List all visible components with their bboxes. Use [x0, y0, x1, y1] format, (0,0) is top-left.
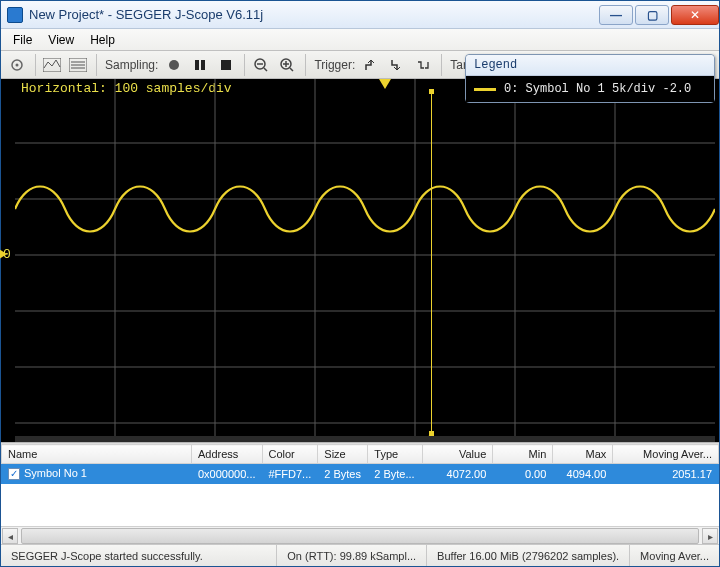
trigger-rise-icon[interactable]: [359, 53, 383, 77]
svg-rect-10: [221, 60, 231, 70]
status-message: SEGGER J-Scope started successfully.: [1, 545, 277, 566]
col-name[interactable]: Name: [2, 445, 192, 464]
menu-view[interactable]: View: [40, 31, 82, 49]
col-mavg[interactable]: Moving Aver...: [613, 445, 719, 464]
minimize-button[interactable]: —: [599, 5, 633, 25]
legend-panel[interactable]: Legend 0: Symbol No 1 5k/div -2.0: [465, 54, 715, 103]
app-icon: [7, 7, 23, 23]
scroll-thumb[interactable]: [21, 528, 699, 544]
svg-point-7: [169, 60, 179, 70]
stop-sampling-icon[interactable]: [214, 53, 238, 77]
legend-entry-0[interactable]: 0: Symbol No 1 5k/div -2.0: [466, 76, 714, 102]
menu-file[interactable]: File: [5, 31, 40, 49]
cell-mavg: 2051.17: [613, 464, 719, 484]
col-color[interactable]: Color: [262, 445, 318, 464]
table-hscrollbar[interactable]: ◂ ▸: [1, 526, 719, 544]
col-type[interactable]: Type: [368, 445, 423, 464]
cell-address: 0x000000...: [192, 464, 263, 484]
zoom-out-icon[interactable]: [249, 53, 273, 77]
symbol-table-panel: Name Address Color Size Type Value Min M…: [1, 443, 719, 544]
table-row[interactable]: ✓Symbol No 1 0x000000... #FFD7... 2 Byte…: [2, 464, 719, 484]
legend-swatch-icon: [474, 88, 496, 91]
list-view-icon[interactable]: [66, 53, 90, 77]
cell-value: 4072.00: [423, 464, 493, 484]
cell-max: 4094.00: [553, 464, 613, 484]
zoom-in-icon[interactable]: [275, 53, 299, 77]
app-window: New Project* - SEGGER J-Scope V6.11j — ▢…: [0, 0, 720, 567]
statusbar: SEGGER J-Scope started successfully. On …: [1, 544, 719, 566]
scroll-left-icon[interactable]: ◂: [2, 528, 18, 544]
sampling-label: Sampling:: [105, 58, 158, 72]
trigger-marker-top-icon[interactable]: [379, 79, 391, 89]
svg-line-13: [264, 68, 267, 71]
record-icon[interactable]: [162, 53, 186, 77]
col-min[interactable]: Min: [493, 445, 553, 464]
cell-min: 0.00: [493, 464, 553, 484]
svg-rect-9: [201, 60, 205, 70]
row-checkbox-icon[interactable]: ✓: [8, 468, 20, 480]
status-rate: On (RTT): 99.89 kSampl...: [277, 545, 427, 566]
table-empty-area: [1, 484, 719, 526]
scroll-right-icon[interactable]: ▸: [702, 528, 718, 544]
status-mavg: Moving Aver...: [630, 545, 719, 566]
col-max[interactable]: Max: [553, 445, 613, 464]
col-value[interactable]: Value: [423, 445, 493, 464]
window-title: New Project* - SEGGER J-Scope V6.11j: [29, 7, 597, 22]
col-address[interactable]: Address: [192, 445, 263, 464]
trigger-both-icon[interactable]: [411, 53, 435, 77]
plot-scroll-track[interactable]: [15, 436, 715, 442]
scope-plot[interactable]: Horizontal: 100 samples/div 2523.928 M Δ…: [1, 79, 719, 443]
svg-point-1: [16, 63, 19, 66]
legend-title[interactable]: Legend: [466, 55, 714, 76]
symbol-table: Name Address Color Size Type Value Min M…: [1, 444, 719, 484]
titlebar[interactable]: New Project* - SEGGER J-Scope V6.11j — ▢…: [1, 1, 719, 29]
trigger-label: Trigger:: [314, 58, 355, 72]
plot-view-icon[interactable]: [40, 53, 64, 77]
menubar: File View Help: [1, 29, 719, 51]
close-button[interactable]: ✕: [671, 5, 719, 25]
cursor-line[interactable]: [431, 89, 432, 436]
trigger-fall-icon[interactable]: [385, 53, 409, 77]
cell-size: 2 Bytes: [318, 464, 368, 484]
status-buffer: Buffer 16.00 MiB (2796202 samples).: [427, 545, 630, 566]
scope-canvas[interactable]: [15, 79, 715, 437]
svg-line-17: [290, 68, 293, 71]
menu-help[interactable]: Help: [82, 31, 123, 49]
cell-type: 2 Byte...: [368, 464, 423, 484]
cell-color: #FFD7...: [262, 464, 318, 484]
cell-name: Symbol No 1: [24, 467, 87, 479]
pause-sampling-icon[interactable]: [188, 53, 212, 77]
maximize-button[interactable]: ▢: [635, 5, 669, 25]
col-size[interactable]: Size: [318, 445, 368, 464]
svg-rect-8: [195, 60, 199, 70]
trace-symbol-1: [15, 187, 715, 232]
grid-lines: [15, 79, 715, 437]
settings-icon[interactable]: [5, 53, 29, 77]
zero-marker-icon[interactable]: [0, 249, 7, 259]
legend-entry-text: 0: Symbol No 1 5k/div -2.0: [504, 82, 691, 96]
